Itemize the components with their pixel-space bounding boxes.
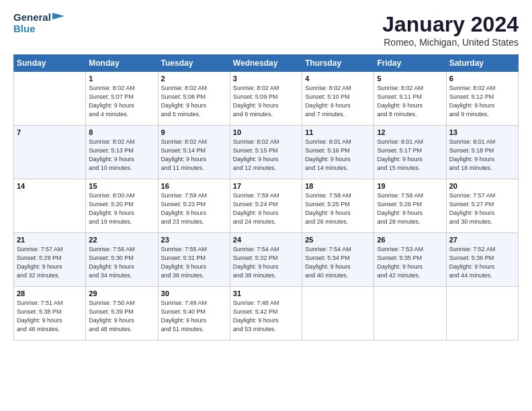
table-row: 12Sunrise: 8:01 AMSunset: 5:17 PMDayligh… <box>374 126 446 179</box>
table-row: 7 <box>14 126 86 179</box>
week-row-5: 28Sunrise: 7:51 AMSunset: 5:38 PMDayligh… <box>14 287 519 340</box>
table-row: 20Sunrise: 7:57 AMSunset: 5:27 PMDayligh… <box>446 179 518 233</box>
day-info: Sunrise: 7:50 AMSunset: 5:39 PMDaylight:… <box>89 299 154 334</box>
day-info: Sunrise: 7:48 AMSunset: 5:42 PMDaylight:… <box>233 299 299 334</box>
day-number: 1 <box>89 75 154 83</box>
table-row: 21Sunrise: 7:57 AMSunset: 5:29 PMDayligh… <box>14 233 86 287</box>
day-info: Sunrise: 8:02 AMSunset: 5:11 PMDaylight:… <box>377 84 443 119</box>
table-row: 5Sunrise: 8:02 AMSunset: 5:11 PMDaylight… <box>374 72 446 126</box>
day-number: 6 <box>449 75 515 83</box>
day-info: Sunrise: 7:54 AMSunset: 5:32 PMDaylight:… <box>233 245 299 280</box>
day-number: 15 <box>89 182 154 190</box>
week-row-2: 78Sunrise: 8:02 AMSunset: 5:13 PMDayligh… <box>14 126 519 179</box>
col-thursday: Thursday <box>302 55 374 72</box>
day-info: Sunrise: 8:02 AMSunset: 5:12 PMDaylight:… <box>449 84 515 119</box>
title-section: January 2024 Romeo, Michigan, United Sta… <box>382 12 519 48</box>
table-row: 17Sunrise: 7:59 AMSunset: 5:24 PMDayligh… <box>230 179 302 233</box>
table-row: 16Sunrise: 7:59 AMSunset: 5:23 PMDayligh… <box>158 179 230 233</box>
day-info: Sunrise: 8:01 AMSunset: 5:17 PMDaylight:… <box>377 138 443 173</box>
day-info: Sunrise: 7:58 AMSunset: 5:25 PMDaylight:… <box>305 191 371 226</box>
table-row: 25Sunrise: 7:54 AMSunset: 5:34 PMDayligh… <box>302 233 374 287</box>
table-row: 24Sunrise: 7:54 AMSunset: 5:32 PMDayligh… <box>230 233 302 287</box>
table-row <box>374 287 446 340</box>
col-wednesday: Wednesday <box>230 55 302 72</box>
table-row: 27Sunrise: 7:52 AMSunset: 5:36 PMDayligh… <box>446 233 518 287</box>
table-row: 30Sunrise: 7:49 AMSunset: 5:40 PMDayligh… <box>158 287 230 340</box>
day-info: Sunrise: 7:57 AMSunset: 5:29 PMDaylight:… <box>17 245 83 280</box>
table-row <box>14 72 86 126</box>
day-info: Sunrise: 7:49 AMSunset: 5:40 PMDaylight:… <box>161 299 227 334</box>
day-info: Sunrise: 7:55 AMSunset: 5:31 PMDaylight:… <box>161 245 227 280</box>
day-number: 16 <box>161 182 227 190</box>
table-row <box>302 287 374 340</box>
col-sunday: Sunday <box>14 55 86 72</box>
subtitle: Romeo, Michigan, United States <box>382 37 519 48</box>
table-row: 28Sunrise: 7:51 AMSunset: 5:38 PMDayligh… <box>14 287 86 340</box>
calendar-page: General Blue January 2024 Romeo, Michiga… <box>0 0 532 411</box>
day-number: 19 <box>377 182 443 190</box>
day-info: Sunrise: 7:59 AMSunset: 5:23 PMDaylight:… <box>161 191 227 226</box>
day-number: 2 <box>161 75 227 83</box>
day-number: 20 <box>449 182 515 190</box>
col-saturday: Saturday <box>446 55 518 72</box>
col-monday: Monday <box>86 55 158 72</box>
day-number: 25 <box>305 236 371 244</box>
table-row: 8Sunrise: 8:02 AMSunset: 5:13 PMDaylight… <box>86 126 158 179</box>
day-info: Sunrise: 7:51 AMSunset: 5:38 PMDaylight:… <box>17 299 83 334</box>
day-info: Sunrise: 8:02 AMSunset: 5:15 PMDaylight:… <box>233 138 299 173</box>
day-info: Sunrise: 8:02 AMSunset: 5:14 PMDaylight:… <box>161 138 227 173</box>
day-number: 11 <box>305 128 371 136</box>
table-row: 4Sunrise: 8:02 AMSunset: 5:10 PMDaylight… <box>302 72 374 126</box>
logo: General Blue <box>13 12 64 34</box>
table-row: 14 <box>14 179 86 233</box>
day-info: Sunrise: 8:02 AMSunset: 5:09 PMDaylight:… <box>233 84 299 119</box>
day-number: 22 <box>89 236 154 244</box>
day-info: Sunrise: 8:00 AMSunset: 5:20 PMDaylight:… <box>89 191 154 226</box>
day-number: 7 <box>17 128 83 136</box>
day-number: 24 <box>233 236 299 244</box>
day-number: 30 <box>161 289 227 298</box>
table-row <box>446 287 518 340</box>
day-info: Sunrise: 7:57 AMSunset: 5:27 PMDaylight:… <box>449 191 515 226</box>
logo-flag-icon <box>52 13 64 22</box>
day-number: 13 <box>449 128 515 136</box>
logo-blue: Blue <box>13 24 64 35</box>
svg-marker-0 <box>52 13 64 19</box>
table-row: 23Sunrise: 7:55 AMSunset: 5:31 PMDayligh… <box>158 233 230 287</box>
day-info: Sunrise: 8:01 AMSunset: 5:18 PMDaylight:… <box>449 138 515 173</box>
day-info: Sunrise: 8:02 AMSunset: 5:08 PMDaylight:… <box>161 84 227 119</box>
day-number: 21 <box>17 236 83 244</box>
day-info: Sunrise: 7:54 AMSunset: 5:34 PMDaylight:… <box>305 245 371 280</box>
day-number: 14 <box>17 182 83 190</box>
day-number: 31 <box>233 289 299 298</box>
table-row: 2Sunrise: 8:02 AMSunset: 5:08 PMDaylight… <box>158 72 230 126</box>
day-info: Sunrise: 8:02 AMSunset: 5:10 PMDaylight:… <box>305 84 371 119</box>
day-number: 28 <box>17 289 83 298</box>
table-row: 3Sunrise: 8:02 AMSunset: 5:09 PMDaylight… <box>230 72 302 126</box>
day-info: Sunrise: 7:58 AMSunset: 5:26 PMDaylight:… <box>377 191 443 226</box>
day-info: Sunrise: 8:02 AMSunset: 5:13 PMDaylight:… <box>89 138 154 173</box>
col-tuesday: Tuesday <box>158 55 230 72</box>
day-info: Sunrise: 7:53 AMSunset: 5:35 PMDaylight:… <box>377 245 443 280</box>
table-row: 26Sunrise: 7:53 AMSunset: 5:35 PMDayligh… <box>374 233 446 287</box>
day-number: 9 <box>161 128 227 136</box>
table-row: 9Sunrise: 8:02 AMSunset: 5:14 PMDaylight… <box>158 126 230 179</box>
day-number: 12 <box>377 128 443 136</box>
day-number: 29 <box>89 289 154 298</box>
col-friday: Friday <box>374 55 446 72</box>
day-info: Sunrise: 8:02 AMSunset: 5:07 PMDaylight:… <box>89 84 154 119</box>
day-number: 8 <box>89 128 154 136</box>
table-row: 6Sunrise: 8:02 AMSunset: 5:12 PMDaylight… <box>446 72 518 126</box>
day-info: Sunrise: 7:56 AMSunset: 5:30 PMDaylight:… <box>89 245 154 280</box>
week-row-3: 1415Sunrise: 8:00 AMSunset: 5:20 PMDayli… <box>14 179 519 233</box>
calendar-table: Sunday Monday Tuesday Wednesday Thursday… <box>13 54 519 340</box>
logo-general: General <box>13 12 51 24</box>
table-row: 18Sunrise: 7:58 AMSunset: 5:25 PMDayligh… <box>302 179 374 233</box>
calendar-header-row: Sunday Monday Tuesday Wednesday Thursday… <box>14 55 519 72</box>
table-row: 31Sunrise: 7:48 AMSunset: 5:42 PMDayligh… <box>230 287 302 340</box>
page-header: General Blue January 2024 Romeo, Michiga… <box>13 12 519 48</box>
day-number: 23 <box>161 236 227 244</box>
day-number: 3 <box>233 75 299 83</box>
day-number: 10 <box>233 128 299 136</box>
table-row: 19Sunrise: 7:58 AMSunset: 5:26 PMDayligh… <box>374 179 446 233</box>
